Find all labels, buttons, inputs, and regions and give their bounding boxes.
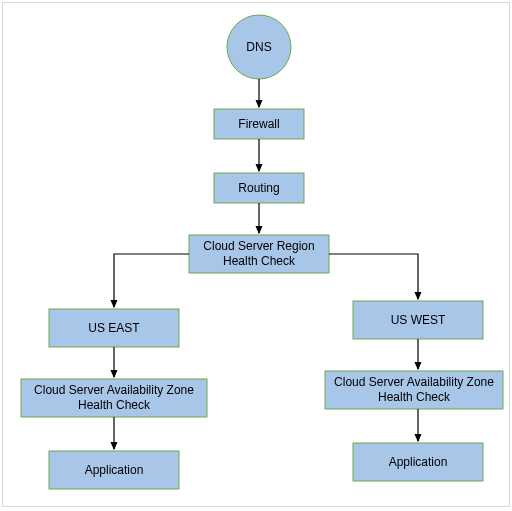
us-west-label: US WEST xyxy=(353,301,483,339)
east-application-label: Application xyxy=(49,451,179,489)
dns-label: DNS xyxy=(227,31,291,63)
west-application-label: Application xyxy=(353,443,483,481)
routing-label: Routing xyxy=(214,173,304,203)
east-az-check-label: Cloud Server Availability Zone Health Ch… xyxy=(21,379,207,417)
firewall-label: Firewall xyxy=(214,109,304,139)
west-az-check-label: Cloud Server Availability Zone Health Ch… xyxy=(325,371,503,409)
region-health-check-label: Cloud Server Region Health Check xyxy=(189,235,329,273)
diagram-canvas: DNS Firewall Routing Cloud Server Region… xyxy=(2,2,510,507)
us-east-label: US EAST xyxy=(49,309,179,347)
edge-region-east xyxy=(114,254,189,307)
edge-region-west xyxy=(329,254,418,299)
